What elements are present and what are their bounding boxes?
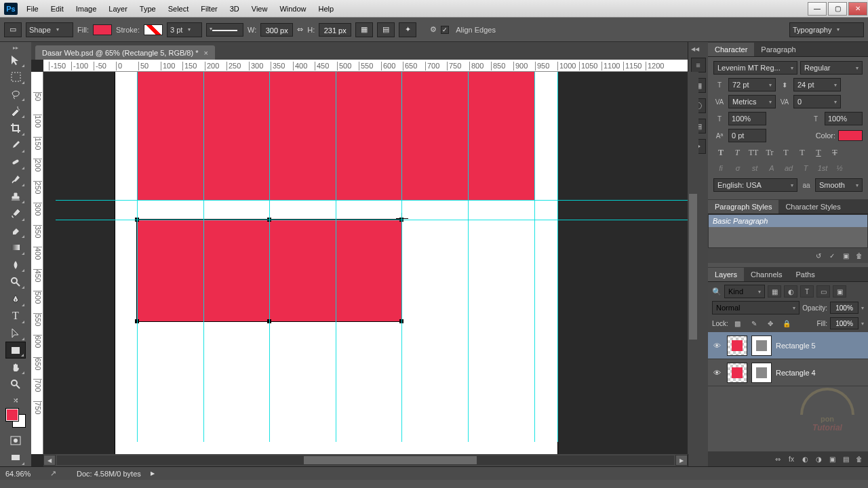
tab-layers[interactable]: Layers — [708, 268, 744, 281]
quickmask-toggle[interactable] — [5, 432, 26, 449]
layer-mask-icon[interactable]: ◐ — [799, 453, 811, 464]
fill-swatch[interactable] — [93, 24, 112, 35]
guide-v[interactable] — [401, 72, 402, 442]
tab-paragraph-styles[interactable]: Paragraph Styles — [708, 200, 778, 214]
move-tool[interactable] — [5, 52, 26, 68]
stroke-width-dropdown[interactable]: 3 pt — [167, 22, 202, 37]
lock-pixels-icon[interactable]: ✎ — [747, 317, 761, 329]
layer-row[interactable]: 👁 Rectangle 4 — [708, 359, 868, 386]
stroke-swatch[interactable] — [144, 24, 163, 35]
screenmode-toggle[interactable] — [5, 449, 26, 466]
layer-list[interactable]: 👁 Rectangle 5 👁 Rectangle 4 pon Tutorial — [708, 332, 868, 451]
pen-tool[interactable] — [5, 290, 26, 307]
layer-thumbnail[interactable] — [727, 336, 747, 356]
history-panel-icon[interactable]: ≡ — [691, 58, 706, 73]
scroll-thumb[interactable] — [304, 456, 477, 464]
faux-bold[interactable]: T — [713, 146, 728, 159]
wand-tool[interactable] — [5, 102, 26, 119]
window-maximize[interactable]: ▢ — [828, 2, 847, 16]
tab-channels[interactable]: Channels — [744, 268, 789, 281]
align-edges-checkbox[interactable]: ✓ — [441, 26, 449, 34]
opacity-input[interactable]: 100% — [830, 302, 859, 314]
layer-link-icon[interactable]: ⇔ — [772, 453, 784, 464]
superscript[interactable]: T — [778, 146, 793, 159]
filter-shape-icon[interactable]: ▭ — [816, 285, 830, 298]
layer-row[interactable]: 👁 Rectangle 5 — [708, 332, 868, 359]
text-color-swatch[interactable] — [838, 130, 863, 141]
tracking-dropdown[interactable]: 0 — [793, 95, 841, 108]
export-icon[interactable]: ↗ — [50, 469, 56, 478]
guide-h[interactable] — [56, 220, 688, 220]
width-input[interactable]: 300 px — [260, 23, 293, 37]
leading-dropdown[interactable]: 24 pt — [793, 78, 841, 92]
language-dropdown[interactable]: English: USA — [713, 178, 797, 192]
subscript[interactable]: T — [795, 146, 810, 159]
ot-discretionary[interactable]: st — [747, 162, 762, 174]
ot-swash[interactable]: A — [764, 162, 779, 174]
window-close[interactable]: ✕ — [848, 2, 867, 16]
ot-stylistic[interactable]: ad — [781, 162, 796, 174]
hand-tool[interactable] — [5, 359, 26, 375]
fill-opacity-input[interactable]: 100% — [830, 317, 859, 329]
filter-adjust-icon[interactable]: ◐ — [784, 285, 797, 298]
filter-smart-icon[interactable]: ▣ — [833, 285, 846, 298]
document-tab[interactable]: Dasar Web.psd @ 65% (Rectangle 5, RGB/8)… — [35, 45, 215, 60]
guide-v[interactable] — [534, 72, 535, 442]
ot-titling[interactable]: T — [798, 162, 813, 174]
layer-name[interactable]: Rectangle 5 — [776, 342, 816, 350]
menu-view[interactable]: View — [247, 2, 273, 16]
zoom-tool[interactable] — [5, 375, 26, 392]
layer-thumbnail[interactable] — [727, 363, 747, 383]
path-select-tool[interactable] — [5, 325, 26, 342]
window-minimize[interactable]: — — [808, 2, 827, 16]
brush-tool[interactable] — [5, 171, 26, 188]
layer-trash-icon[interactable]: 🗑 — [853, 453, 865, 464]
gradient-tool[interactable] — [5, 239, 26, 256]
ruler-horizontal[interactable]: -150 -100 -50 0 50 100 150 200 250 300 3… — [43, 60, 688, 72]
doc-info[interactable]: Doc: 4.58M/0 bytes — [77, 470, 141, 478]
type-tool[interactable]: T — [5, 308, 26, 325]
close-tab-icon[interactable]: × — [203, 49, 208, 57]
lasso-tool[interactable] — [5, 85, 26, 102]
menu-type[interactable]: Type — [135, 2, 161, 16]
ot-contextual[interactable]: σ — [730, 162, 745, 174]
doc-info-arrow-icon[interactable]: ▶ — [151, 470, 155, 476]
baseline-input[interactable]: 0 pt — [728, 129, 766, 142]
ot-ordinals[interactable]: 1st — [815, 162, 830, 174]
filter-pixel-icon[interactable]: ▦ — [768, 285, 781, 298]
visibility-toggle[interactable]: 👁 — [711, 367, 723, 379]
scroll-track[interactable] — [57, 455, 674, 465]
blend-mode-dropdown[interactable]: Normal — [712, 301, 800, 314]
layer-new-icon[interactable]: ▤ — [840, 453, 852, 464]
ot-fractions[interactable]: ½ — [832, 162, 847, 174]
menu-window[interactable]: Window — [275, 2, 311, 16]
scroll-right-arrow[interactable]: ▶ — [675, 455, 688, 466]
menu-3d[interactable]: 3D — [225, 2, 244, 16]
vscale-input[interactable]: 100% — [728, 112, 766, 125]
ps-trash-icon[interactable]: 🗑 — [853, 250, 865, 261]
workspace-dropdown[interactable]: Typography — [789, 22, 864, 37]
guide-v[interactable] — [557, 72, 558, 442]
tab-paragraph[interactable]: Paragraph — [754, 43, 802, 56]
menu-filter[interactable]: Filter — [196, 2, 222, 16]
dodge-tool[interactable] — [5, 273, 26, 290]
guide-v[interactable] — [137, 72, 138, 442]
lock-position-icon[interactable]: ✥ — [764, 317, 777, 329]
layer-mask-thumbnail[interactable] — [751, 336, 772, 356]
rail-expand-icon[interactable]: ◀◀ — [691, 46, 699, 52]
paragraph-style-item[interactable]: Basic Paragraph — [709, 215, 867, 227]
heal-tool[interactable] — [5, 154, 26, 171]
menu-image[interactable]: Image — [71, 2, 102, 16]
rectangle-tool[interactable] — [5, 342, 26, 359]
faux-italic[interactable]: T — [730, 146, 745, 159]
underline[interactable]: T — [811, 146, 826, 159]
paragraph-styles-list[interactable]: Basic Paragraph — [708, 214, 868, 248]
lock-transparent-icon[interactable]: ▩ — [731, 317, 745, 329]
history-brush-tool[interactable] — [5, 205, 26, 222]
font-size-dropdown[interactable]: 72 pt — [728, 78, 776, 92]
menu-file[interactable]: File — [22, 2, 43, 16]
menu-help[interactable]: Help — [314, 2, 339, 16]
antialias-dropdown[interactable]: Smooth — [815, 178, 863, 192]
tab-character[interactable]: Character — [708, 43, 754, 56]
panel-grip[interactable]: ▸▸ — [1, 45, 30, 52]
